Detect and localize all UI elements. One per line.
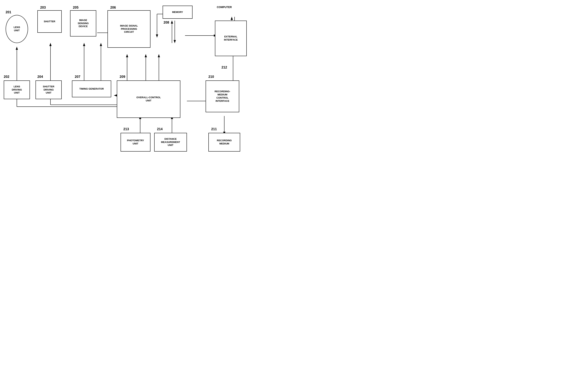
- ref-202: 202: [4, 75, 9, 79]
- diagram: 201 LENSUNIT 203 SHUTTER 205 IMAGESENSIN…: [0, 0, 262, 168]
- recording-medium-block: RECORDINGMEDIUM: [208, 133, 240, 152]
- ref-204: 204: [37, 75, 43, 79]
- ref-207: 207: [75, 75, 80, 79]
- image-sensing-block: IMAGESENSINGDEVICE: [70, 10, 96, 36]
- ref-208: 208: [164, 21, 169, 24]
- lens-driving-block: LENSDRIVINGUNIT: [4, 80, 30, 99]
- image-signal-block: IMAGE SIGNALPROCESSINGCIRCUIT: [107, 10, 150, 48]
- ref-203: 203: [40, 6, 46, 10]
- ref-213: 213: [123, 127, 129, 131]
- shutter-block: SHUTTER: [37, 10, 62, 33]
- recording-medium-control-block: RECORDING-MEDIUMCONTROLINTERFACE: [206, 80, 239, 112]
- lens-unit-block: LENSUNIT: [6, 15, 28, 43]
- photometry-block: PHOTOMETRYUNIT: [121, 133, 150, 152]
- ref-212: 212: [221, 66, 227, 69]
- ref-210: 210: [208, 75, 214, 79]
- distance-measurement-block: DISTANCEMEASUREMENTUNIT: [154, 133, 187, 152]
- computer-label: COMPUTER: [217, 6, 232, 9]
- external-interface-block: EXTERNALINTERFACE: [215, 21, 247, 56]
- ref-214: 214: [157, 127, 163, 131]
- overall-control-block: OVERALL-CONTROLUNIT: [117, 80, 180, 118]
- memory-block: MEMORY: [163, 6, 192, 19]
- ref-206: 206: [110, 6, 116, 10]
- ref-209: 209: [120, 75, 125, 79]
- ref-201: 201: [6, 10, 11, 14]
- timing-generator-block: TIMING GENERATOR: [72, 80, 111, 97]
- ref-205: 205: [73, 6, 78, 10]
- shutter-driving-block: SHUTTERDRIVINGUNIT: [35, 80, 62, 99]
- ref-211: 211: [211, 127, 217, 131]
